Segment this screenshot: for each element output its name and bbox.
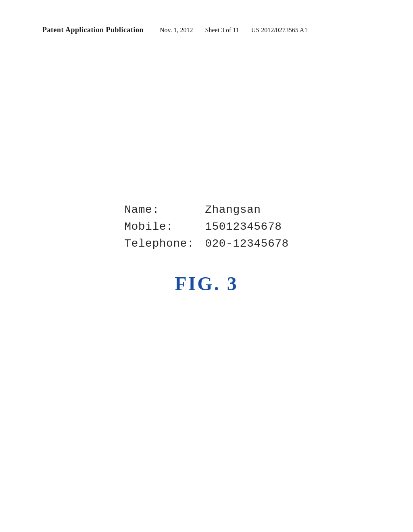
- contact-info-block: Name: Zhangsan Mobile: 15012345678 Telep…: [124, 202, 289, 252]
- telephone-row: Telephone: 020-12345678: [124, 235, 289, 252]
- name-row: Name: Zhangsan: [124, 202, 289, 218]
- figure-label: FIG. 3: [175, 272, 238, 295]
- mobile-label: Mobile:: [124, 218, 205, 235]
- name-label: Name:: [124, 202, 205, 218]
- name-value: Zhangsan: [205, 202, 261, 218]
- main-content: Name: Zhangsan Mobile: 15012345678 Telep…: [0, 202, 413, 295]
- mobile-row: Mobile: 15012345678: [124, 218, 289, 235]
- mobile-value: 15012345678: [205, 218, 282, 235]
- sheet-number: Sheet 3 of 11: [205, 27, 239, 34]
- telephone-label: Telephone:: [124, 235, 205, 252]
- publication-date: Nov. 1, 2012: [160, 27, 193, 34]
- page-header: Patent Application Publication Nov. 1, 2…: [0, 26, 413, 34]
- publication-title: Patent Application Publication: [42, 26, 144, 34]
- patent-number: US 2012/0273565 A1: [251, 27, 308, 34]
- telephone-value: 020-12345678: [205, 235, 289, 252]
